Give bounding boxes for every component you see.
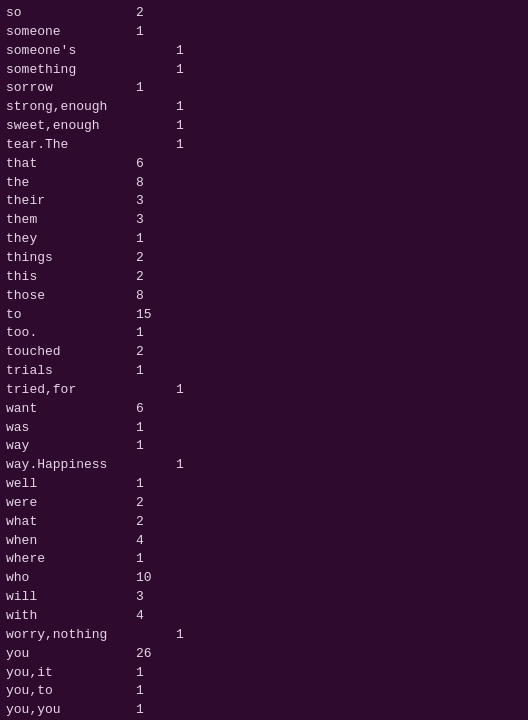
word-cell: their [6,192,136,211]
count-cell [136,61,176,80]
table-row: will3 [6,588,522,607]
table-row: those8 [6,287,522,306]
word-cell: you,to [6,682,136,701]
count-cell: 1 [136,23,176,42]
word-cell: way.Happiness [6,456,136,475]
count-cell: 2 [136,268,176,287]
word-cell: trials [6,362,136,381]
count-cell: 2 [136,494,176,513]
table-row: that6 [6,155,522,174]
count-cell [136,626,176,645]
count-cell: 3 [136,192,176,211]
count-cell: 1 [136,437,176,456]
count-cell: 8 [136,287,176,306]
table-row: way1 [6,437,522,456]
table-row: someone1 [6,23,522,42]
table-row: touched2 [6,343,522,362]
word-cell: they [6,230,136,249]
word-cell: tried,for [6,381,136,400]
extra-cell: 1 [176,42,184,61]
word-cell: to [6,306,136,325]
table-row: this2 [6,268,522,287]
word-cell: will [6,588,136,607]
extra-cell: 1 [176,98,184,117]
table-row: you,to1 [6,682,522,701]
count-cell: 15 [136,306,176,325]
table-row: who10 [6,569,522,588]
word-cell: someone's [6,42,136,61]
word-cell: sorrow [6,79,136,98]
word-cell: sweet,enough [6,117,136,136]
count-cell: 1 [136,362,176,381]
table-row: you,you1 [6,701,522,720]
word-cell: those [6,287,136,306]
table-row: to15 [6,306,522,325]
table-row: when4 [6,532,522,551]
count-cell [136,117,176,136]
extra-cell: 1 [176,381,184,400]
word-cell: want [6,400,136,419]
word-cell: with [6,607,136,626]
table-row: sorrow1 [6,79,522,98]
count-cell [136,381,176,400]
table-row: sweet,enough1 [6,117,522,136]
word-cell: something [6,61,136,80]
table-row: the8 [6,174,522,193]
table-row: you26 [6,645,522,664]
word-cell: you [6,645,136,664]
word-cell: where [6,550,136,569]
table-row: they1 [6,230,522,249]
word-cell: tear.The [6,136,136,155]
count-cell [136,42,176,61]
table-row: things2 [6,249,522,268]
extra-cell: 1 [176,61,184,80]
table-row: well1 [6,475,522,494]
word-cell: were [6,494,136,513]
word-cell: so [6,4,136,23]
word-cell: worry,nothing [6,626,136,645]
extra-cell: 1 [176,626,184,645]
extra-cell: 1 [176,117,184,136]
word-cell: who [6,569,136,588]
table-row: them3 [6,211,522,230]
count-cell: 6 [136,400,176,419]
table-row: strong,enough1 [6,98,522,117]
table-row: too.1 [6,324,522,343]
table-row: you,it1 [6,664,522,683]
table-row: where1 [6,550,522,569]
count-cell: 1 [136,701,176,720]
count-cell: 26 [136,645,176,664]
word-cell: what [6,513,136,532]
table-row: something1 [6,61,522,80]
word-cell: them [6,211,136,230]
word-cell: someone [6,23,136,42]
count-cell [136,456,176,475]
table-row: trials1 [6,362,522,381]
count-cell: 2 [136,249,176,268]
count-cell: 1 [136,230,176,249]
count-cell: 3 [136,588,176,607]
count-cell [136,98,176,117]
word-cell: touched [6,343,136,362]
word-cell: the [6,174,136,193]
word-cell: way [6,437,136,456]
count-cell: 8 [136,174,176,193]
count-cell: 1 [136,664,176,683]
word-cell: too. [6,324,136,343]
table-row: with4 [6,607,522,626]
table-row: worry,nothing1 [6,626,522,645]
count-cell: 4 [136,607,176,626]
table-row: so2 [6,4,522,23]
word-cell: you,it [6,664,136,683]
word-cell: when [6,532,136,551]
word-cell: you,you [6,701,136,720]
table-row: their3 [6,192,522,211]
word-cell: things [6,249,136,268]
table-row: tried,for1 [6,381,522,400]
count-cell: 2 [136,513,176,532]
word-cell: that [6,155,136,174]
word-cell: well [6,475,136,494]
count-cell: 1 [136,475,176,494]
count-cell: 6 [136,155,176,174]
table-row: were2 [6,494,522,513]
